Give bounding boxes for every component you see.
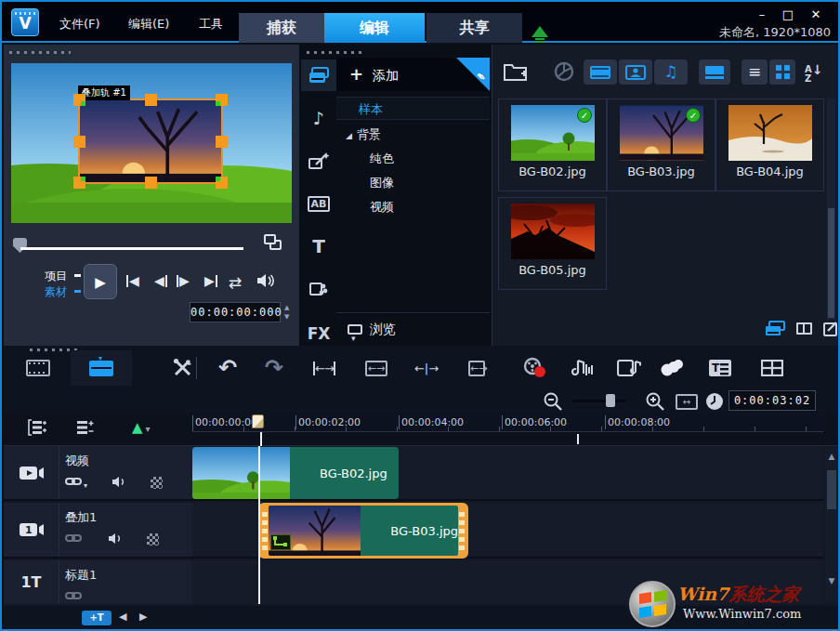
- tree-item-solid-color[interactable]: 纯色: [336, 147, 490, 170]
- playhead-upper[interactable]: [260, 432, 262, 446]
- filter-audio-button[interactable]: ♫: [654, 59, 688, 85]
- sort-button[interactable]: A↓Z: [805, 61, 822, 83]
- playhead-flag-marker[interactable]: [252, 414, 264, 428]
- volume-icon[interactable]: [256, 273, 275, 288]
- prev-frame-button[interactable]: ◀: [154, 273, 167, 288]
- timecode-spin-down[interactable]: ▼: [284, 313, 289, 321]
- rail-transition-ab-icon[interactable]: AB: [301, 188, 336, 219]
- tools-button[interactable]: [169, 355, 197, 381]
- track-manager-icon[interactable]: [28, 419, 48, 440]
- trim-handle-left[interactable]: [261, 506, 269, 556]
- menu-edit[interactable]: 编辑(E): [128, 16, 169, 33]
- chapter-marker-icon[interactable]: ▲▾: [132, 419, 151, 436]
- storyboard-view-button[interactable]: [24, 355, 52, 381]
- preview-stage[interactable]: 叠加轨 #1: [11, 63, 292, 223]
- add-folder-header[interactable]: +添加 ✒: [336, 58, 490, 91]
- zoom-slider-handle[interactable]: [606, 394, 615, 407]
- minimize-button[interactable]: –: [753, 7, 771, 21]
- scroll-up-icon[interactable]: ▲: [825, 452, 838, 461]
- undo-button[interactable]: ↶: [214, 355, 242, 381]
- gallery-item[interactable]: BG-B04.jpg: [715, 99, 824, 191]
- distort-handle[interactable]: [216, 177, 220, 181]
- auto-music-button[interactable]: [615, 355, 643, 381]
- track-mute-icon[interactable]: [108, 531, 123, 548]
- library-panel-button[interactable]: [762, 316, 788, 341]
- backdrop-button[interactable]: [699, 59, 730, 85]
- rail-fx-icon[interactable]: FX: [301, 318, 336, 349]
- playhead[interactable]: [258, 446, 260, 604]
- browse-button[interactable]: 浏览: [336, 312, 490, 344]
- distort-handle[interactable]: [81, 101, 85, 106]
- cue-marker[interactable]: [577, 434, 579, 444]
- mark-in-out-button[interactable]: ←→: [310, 355, 338, 381]
- redo-button[interactable]: ↷: [260, 355, 288, 381]
- timeline-zoom-slider[interactable]: [572, 400, 626, 402]
- timecode-spin-up[interactable]: ▲: [284, 304, 289, 311]
- subtitle-editor-button[interactable]: T: [706, 355, 734, 381]
- publish-arrow-icon[interactable]: [532, 18, 548, 37]
- resize-handle[interactable]: [73, 136, 85, 148]
- gallery-item[interactable]: ✓ BG-B02.jpg: [498, 99, 607, 191]
- tab-share[interactable]: 共享: [427, 13, 522, 43]
- resize-handle[interactable]: [145, 94, 157, 106]
- rail-audio-icon[interactable]: ♪: [301, 102, 336, 134]
- menu-tools[interactable]: 工具: [199, 16, 223, 33]
- zoom-out-icon[interactable]: [539, 388, 567, 414]
- import-folder-icon[interactable]: [504, 61, 528, 82]
- list-view-button[interactable]: ≡: [742, 59, 768, 85]
- panel-drag-handle[interactable]: [9, 51, 71, 54]
- pan-zoom-button[interactable]: ←→: [463, 355, 491, 381]
- mode-project-button[interactable]: 项目: [45, 269, 67, 284]
- track-visibility-icon[interactable]: [151, 477, 163, 489]
- audio-mixer-button[interactable]: [569, 355, 597, 381]
- tree-item-image[interactable]: 图像: [336, 171, 490, 194]
- split-screen-template-button[interactable]: [758, 355, 786, 381]
- last-frame-button[interactable]: ▶: [204, 273, 217, 288]
- dual-pane-button[interactable]: [792, 316, 816, 341]
- mode-clip-button[interactable]: 素材: [45, 284, 67, 300]
- next-frame-button[interactable]: ▶: [177, 273, 190, 288]
- enlarge-preview-icon[interactable]: [264, 234, 284, 253]
- trim-handle-right[interactable]: [458, 506, 466, 556]
- thumbnail-bg-b04[interactable]: [728, 105, 812, 161]
- panel-drag-handle[interactable]: [307, 51, 362, 54]
- overlay-selection-box[interactable]: 叠加轨 #1: [78, 99, 223, 184]
- gallery-item[interactable]: BG-B05.jpg: [498, 197, 607, 290]
- fit-project-button[interactable]: ←→: [362, 355, 390, 381]
- timeline-view-button[interactable]: [71, 350, 132, 386]
- close-button[interactable]: ✕: [807, 7, 825, 21]
- thumbnail-bg-b02[interactable]: ✓: [511, 105, 595, 161]
- gallery-scrollbar-thumb[interactable]: [828, 208, 834, 318]
- distort-handle[interactable]: [216, 101, 220, 106]
- expand-icon[interactable]: ◢: [346, 131, 352, 140]
- speech-to-text-button[interactable]: [658, 355, 686, 381]
- scroll-left-button[interactable]: ◀: [119, 611, 126, 623]
- first-frame-button[interactable]: ◀: [126, 273, 139, 288]
- rail-graphics-icon[interactable]: [301, 273, 336, 305]
- fit-timeline-button[interactable]: ↔: [673, 388, 701, 414]
- track-header-overlay1[interactable]: 1 叠加1: [4, 503, 192, 559]
- tree-item-sample[interactable]: 样本: [336, 97, 490, 120]
- maximize-button[interactable]: □: [779, 7, 797, 21]
- timeline-ruler[interactable]: 00:00:00:00 00:00:02:00 00:00:04:00 00:0…: [192, 414, 823, 432]
- preview-timecode[interactable]: 00:00:00:000: [190, 302, 281, 322]
- link-icon[interactable]: [65, 531, 84, 548]
- add-remove-track-icon[interactable]: [76, 419, 95, 440]
- record-capture-button[interactable]: [520, 355, 548, 381]
- scrubber-marker[interactable]: [13, 238, 27, 253]
- tab-edit[interactable]: 编辑: [324, 13, 425, 43]
- loop-button[interactable]: ⇄: [229, 273, 242, 292]
- track-header-video[interactable]: 视频 ▾: [4, 446, 192, 501]
- track-content-video[interactable]: BG-B02.jpg: [192, 446, 823, 501]
- scroll-right-button[interactable]: ▶: [139, 611, 147, 623]
- menu-file[interactable]: 文件(F): [59, 16, 100, 33]
- play-button[interactable]: ▶: [84, 264, 117, 299]
- clip-bg-b02[interactable]: BG-B02.jpg: [192, 447, 399, 499]
- tree-item-video[interactable]: 视频: [336, 195, 490, 218]
- track-mute-icon[interactable]: [112, 474, 126, 492]
- gallery-item[interactable]: ✓ BG-B03.jpg: [607, 99, 715, 191]
- rail-media-icon[interactable]: [301, 59, 336, 91]
- rail-transition-wand-icon[interactable]: [301, 145, 336, 177]
- aperture-icon[interactable]: [554, 61, 574, 82]
- options-edit-button[interactable]: [820, 316, 840, 341]
